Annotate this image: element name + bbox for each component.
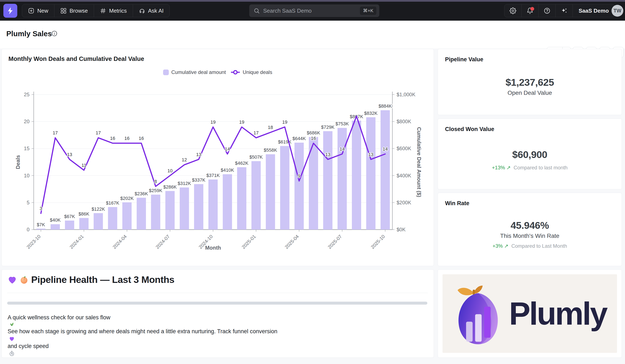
kpi-comparison-label: Compared to Last Month (511, 243, 567, 249)
herb-icon (9, 321, 15, 327)
svg-text:$686K: $686K (307, 130, 320, 135)
svg-text:$400K: $400K (397, 173, 411, 179)
help-button[interactable] (539, 4, 556, 17)
hash-icon (100, 8, 106, 14)
svg-text:15: 15 (24, 146, 30, 151)
plus-square-icon (28, 8, 34, 14)
ai-assistant-button[interactable] (556, 4, 573, 17)
svg-text:19: 19 (282, 120, 287, 125)
svg-text:$644K: $644K (292, 136, 306, 141)
plumly-wordmark: Plumly (509, 295, 606, 332)
svg-text:$832K: $832K (364, 111, 378, 116)
user-avatar[interactable]: TW (612, 5, 623, 17)
svg-text:$7K: $7K (37, 222, 45, 227)
main-nav: New Browse Metrics Ask AI (22, 4, 170, 17)
kpi-subtitle: This Month's Win Rate (438, 233, 622, 239)
project-name: SaaS Demo (579, 8, 609, 14)
plum-fruit-icon (453, 282, 503, 345)
svg-text:11: 11 (82, 163, 86, 168)
stopwatch-icon (9, 351, 15, 356)
global-search-input[interactable]: Search SaaS Demo ⌘+K (249, 4, 379, 17)
kpi-value: $1,237,625 (438, 76, 622, 88)
nav-new-button[interactable]: New (22, 4, 54, 17)
project-selector[interactable]: SaaS Demo (573, 4, 615, 17)
svg-text:$202K: $202K (120, 196, 134, 201)
svg-text:$286K: $286K (163, 184, 177, 190)
svg-text:$507K: $507K (249, 154, 263, 160)
svg-text:$1,000K: $1,000K (397, 92, 415, 97)
svg-text:0: 0 (27, 227, 30, 232)
svg-text:13: 13 (196, 152, 201, 157)
svg-text:$884K: $884K (378, 103, 392, 109)
nav-browse-label: Browse (69, 8, 88, 14)
nav-ask-ai-button[interactable]: Ask AI (133, 4, 170, 17)
svg-text:13: 13 (368, 152, 374, 157)
svg-text:2023-10: 2023-10 (26, 234, 42, 250)
heading-divider (7, 293, 428, 293)
svg-text:17: 17 (253, 130, 258, 135)
sparkles-icon (561, 7, 567, 14)
kpi-title: Closed Won Value (445, 126, 494, 132)
app-logo[interactable] (3, 4, 17, 18)
notification-badge (531, 7, 534, 11)
svg-text:5: 5 (27, 200, 30, 205)
svg-text:17: 17 (53, 130, 58, 135)
plumly-logo: Plumly (442, 274, 617, 353)
nav-metrics-button[interactable]: Metrics (94, 4, 133, 17)
svg-text:$167K: $167K (106, 200, 120, 206)
svg-text:$312K: $312K (178, 181, 191, 186)
svg-text:19: 19 (211, 120, 216, 125)
svg-text:$600K: $600K (397, 146, 411, 151)
svg-text:$729K: $729K (321, 124, 335, 130)
svg-text:14: 14 (340, 146, 344, 152)
svg-text:$122K: $122K (92, 207, 105, 212)
svg-text:2024-07: 2024-07 (155, 234, 171, 250)
notifications-button[interactable] (522, 4, 539, 17)
nav-ask-ai-label: Ask AI (148, 8, 164, 14)
help-circle-icon (544, 7, 550, 14)
horizontal-rule (7, 302, 427, 304)
page-title: Plumly Sales (6, 30, 52, 38)
grid-icon (60, 8, 66, 14)
svg-text:10: 10 (167, 168, 173, 173)
svg-text:20: 20 (24, 119, 30, 124)
svg-text:17: 17 (96, 130, 101, 135)
svg-text:12: 12 (182, 157, 187, 162)
ask-ai-icon (139, 8, 145, 14)
svg-text:$753K: $753K (336, 121, 349, 126)
lightning-bolt-icon (6, 7, 14, 15)
svg-text:14: 14 (225, 146, 230, 152)
top-navbar: New Browse Metrics Ask AI Search SaaS De… (0, 2, 625, 21)
svg-text:16: 16 (124, 136, 129, 141)
svg-text:10: 10 (24, 173, 30, 179)
window-top-strip (0, 0, 625, 2)
info-icon[interactable] (51, 30, 58, 37)
nav-new-label: New (37, 8, 48, 14)
kpi-title: Pipeline Value (445, 56, 483, 63)
search-placeholder: Search SaaS Demo (263, 8, 360, 14)
logo-image-tile: Plumly (438, 270, 622, 358)
svg-text:2024-01: 2024-01 (69, 234, 85, 250)
svg-text:$200K: $200K (397, 200, 411, 205)
nav-browse-button[interactable]: Browse (54, 4, 94, 17)
svg-text:9: 9 (298, 173, 300, 179)
svg-text:8: 8 (155, 179, 157, 184)
svg-text:18: 18 (268, 125, 273, 130)
settings-button[interactable] (504, 4, 522, 17)
topbar-actions: SaaS Demo (504, 4, 615, 17)
svg-text:$337K: $337K (192, 177, 205, 183)
svg-text:14: 14 (383, 146, 388, 152)
dashboard-header: Plumly Sales (0, 21, 625, 48)
kpi-value: $60,900 (438, 149, 622, 160)
kpi-win-rate: Win Rate 45.946% This Month's Win Rate +… (438, 193, 622, 266)
svg-text:$800K: $800K (397, 119, 411, 124)
svg-text:$462K: $462K (235, 160, 249, 166)
markdown-paragraph-2: See how each stage is growing and where … (8, 327, 420, 358)
svg-text:16: 16 (110, 136, 115, 141)
svg-text:13: 13 (325, 152, 330, 157)
kpi-value: 45.946% (438, 219, 622, 231)
combo-chart[interactable]: 0$0K5$200K10$400K15$600K20$800K25$1,000K… (2, 49, 434, 266)
kpi-comparison: +3% ↗Compared to Last Month (438, 243, 622, 249)
search-icon (253, 8, 260, 14)
svg-text:$558K: $558K (264, 148, 277, 153)
